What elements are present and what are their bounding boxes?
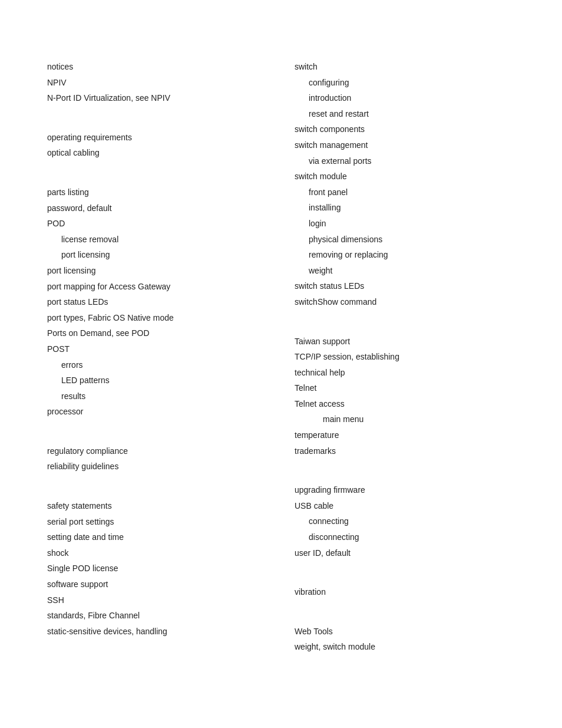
s-right-section: switch configuring introduction reset an… [295, 59, 542, 310]
list-item: SSH [47, 592, 295, 608]
list-item: installing [295, 200, 542, 216]
list-item: upgrading firmware [295, 482, 542, 498]
list-item: USB cable [295, 498, 542, 514]
list-item: serial port settings [47, 514, 295, 530]
list-item: switch module [295, 169, 542, 185]
list-item: Telnet access [295, 396, 542, 412]
list-item: reset and restart [295, 106, 542, 122]
list-item: license removal [47, 232, 295, 248]
list-item: reliability guidelines [47, 459, 295, 475]
list-item: TCP/IP session, establishing [295, 349, 542, 365]
list-item: physical dimensions [295, 232, 542, 248]
list-item: via external ports [295, 153, 542, 169]
list-item: standards, Fibre Channel [47, 608, 295, 624]
n-section: notices NPIV N-Port ID Virtualization, s… [47, 59, 295, 106]
list-item: main menu [295, 411, 542, 427]
list-item: notices [47, 59, 295, 75]
list-item: NPIV [47, 75, 295, 91]
list-item: port licensing [47, 247, 295, 263]
list-item: port licensing [47, 263, 295, 279]
list-item: technical help [295, 365, 542, 381]
right-column: switch configuring introduction reset an… [295, 59, 542, 678]
list-item: results [47, 388, 295, 404]
list-item: port mapping for Access Gateway [47, 279, 295, 295]
list-item: Web Tools [295, 624, 542, 640]
list-item: configuring [295, 75, 542, 91]
list-item: trademarks [295, 443, 542, 459]
list-item: weight, switch module [295, 639, 542, 655]
v-section: vibration [295, 584, 542, 600]
u-section: upgrading firmware USB cable connecting … [295, 482, 542, 561]
list-item: Single POD license [47, 561, 295, 577]
p-section: parts listing password, default POD lice… [47, 185, 295, 420]
list-item: weight [295, 263, 542, 279]
s-section: safety statements serial port settings s… [47, 498, 295, 639]
o-section: operating requirements optical cabling [47, 130, 295, 161]
list-item: introduction [295, 90, 542, 106]
list-item: static-sensitive devices, handling [47, 624, 295, 640]
list-item: Ports on Demand, see POD [47, 325, 295, 341]
list-item: port types, Fabric OS Native mode [47, 310, 295, 326]
list-item: temperature [295, 427, 542, 443]
list-item: connecting [295, 513, 542, 529]
w-section: Web Tools weight, switch module [295, 624, 542, 655]
list-item: shock [47, 545, 295, 561]
list-item: user ID, default [295, 545, 542, 561]
list-item: front panel [295, 185, 542, 200]
list-item: regulatory compliance [47, 443, 295, 459]
list-item: processor [47, 404, 295, 420]
list-item: port status LEDs [47, 294, 295, 310]
list-item: switch [295, 59, 542, 75]
list-item: disconnecting [295, 529, 542, 545]
list-item: parts listing [47, 185, 295, 200]
page: notices NPIV N-Port ID Virtualization, s… [0, 0, 562, 726]
list-item: Taiwan support [295, 334, 542, 350]
left-column: notices NPIV N-Port ID Virtualization, s… [47, 59, 295, 678]
list-item: switch status LEDs [295, 278, 542, 294]
list-item: switch components [295, 121, 542, 137]
list-item: switchShow command [295, 294, 542, 310]
list-item: setting date and time [47, 529, 295, 545]
r-section: regulatory compliance reliability guidel… [47, 443, 295, 475]
list-item: Telnet [295, 380, 542, 396]
list-item: safety statements [47, 498, 295, 514]
list-item: software support [47, 577, 295, 592]
list-item: vibration [295, 584, 542, 600]
list-item: optical cabling [47, 145, 295, 161]
list-item: login [295, 216, 542, 232]
list-item: N-Port ID Virtualization, see NPIV [47, 90, 295, 106]
t-section: Taiwan support TCP/IP session, establish… [295, 334, 542, 459]
list-item: POST [47, 341, 295, 357]
list-item: removing or replacing [295, 247, 542, 263]
list-item: errors [47, 357, 295, 373]
list-item: POD [47, 216, 295, 232]
list-item: switch management [295, 137, 542, 153]
list-item: operating requirements [47, 130, 295, 146]
list-item: LED patterns [47, 373, 295, 388]
list-item: password, default [47, 200, 295, 216]
